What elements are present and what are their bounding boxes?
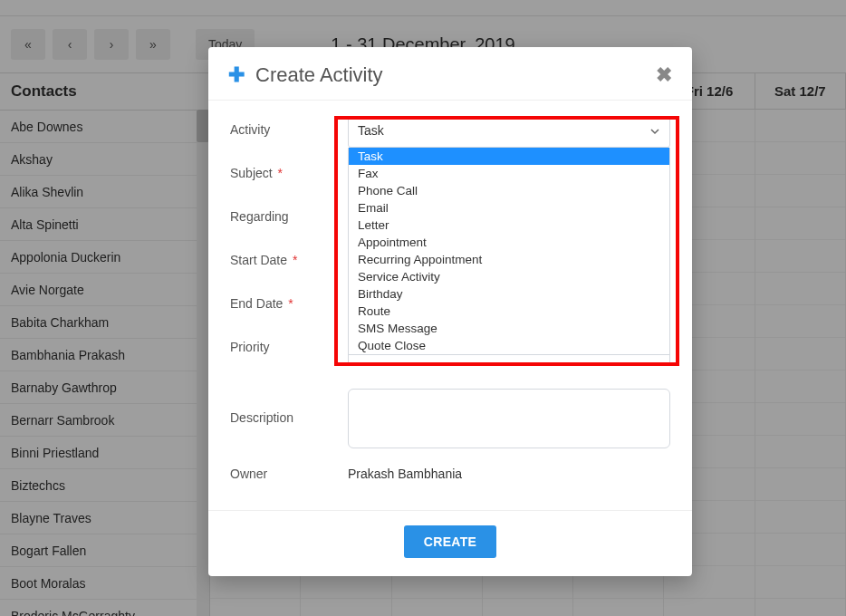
activity-option[interactable]: Fax (349, 165, 669, 182)
row-owner: Owner Prakash Bambhania (230, 461, 670, 505)
required-marker: * (278, 166, 283, 180)
field-activity: Task Task Fax Phone Call Email Letter Ap… (348, 117, 670, 148)
activity-form: Activity Task Task Fax Phone Call Email … (208, 101, 692, 510)
label-subject: Subject * (230, 160, 348, 180)
required-marker: * (293, 253, 297, 267)
activity-option[interactable]: Letter (349, 217, 669, 234)
label-start-date-text: Start Date (230, 253, 287, 267)
label-start-date: Start Date * (230, 247, 348, 267)
activity-select-value: Task (358, 123, 384, 138)
create-activity-modal: ✚ Create Activity ✖ Activity Task Task (208, 47, 692, 576)
label-end-date-text: End Date (230, 296, 283, 311)
create-button[interactable]: CREATE (404, 525, 496, 558)
label-activity: Activity (230, 117, 348, 137)
owner-value: Prakash Bambhania (348, 461, 670, 486)
label-priority: Priority (230, 334, 348, 354)
activity-option[interactable]: Quote Close (349, 337, 669, 354)
activity-dropdown: Task Fax Phone Call Email Letter Appoint… (348, 148, 670, 355)
row-activity: Activity Task Task Fax Phone Call Email … (230, 117, 670, 160)
activity-option[interactable]: Appointment (349, 234, 669, 251)
activity-option[interactable]: Service Activity (349, 268, 669, 285)
modal-title: Create Activity (255, 63, 656, 87)
label-regarding: Regarding (230, 204, 348, 224)
page-root: « ‹ › » Today 1 - 31 December, 2019 Cont… (0, 0, 846, 616)
description-textarea[interactable] (348, 389, 670, 448)
row-description: Description (230, 389, 670, 454)
field-owner: Prakash Bambhania (348, 461, 670, 486)
activity-select[interactable]: Task (348, 117, 670, 148)
activity-option[interactable]: Route (349, 303, 669, 320)
label-owner: Owner (230, 461, 348, 481)
activity-option[interactable]: Email (349, 199, 669, 217)
close-icon[interactable]: ✖ (656, 65, 672, 85)
activity-option[interactable]: Task (349, 148, 669, 165)
label-end-date: End Date * (230, 291, 348, 311)
modal-header: ✚ Create Activity ✖ (208, 47, 692, 101)
activity-option[interactable]: Birthday (349, 285, 669, 303)
required-marker: * (288, 296, 293, 311)
activity-option[interactable]: SMS Message (349, 320, 669, 337)
modal-footer: CREATE (208, 510, 692, 567)
activity-option[interactable]: Phone Call (349, 182, 669, 199)
plus-icon: ✚ (228, 65, 245, 85)
label-subject-text: Subject (230, 166, 273, 180)
field-description (348, 389, 670, 448)
label-description: Description (230, 389, 348, 425)
activity-option[interactable]: Recurring Appointment (349, 251, 669, 268)
chevron-down-icon (649, 125, 660, 140)
